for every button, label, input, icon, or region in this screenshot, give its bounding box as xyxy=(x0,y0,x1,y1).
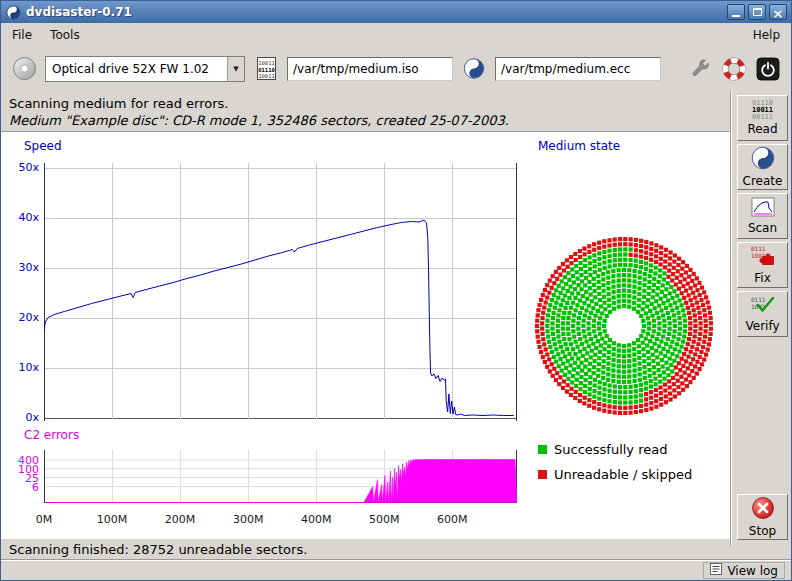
menubar: File Tools Help xyxy=(1,23,791,46)
create-button-label: Create xyxy=(743,174,783,188)
menu-help[interactable]: Help xyxy=(744,25,789,45)
stop-button-label: Stop xyxy=(749,524,776,538)
view-log-button[interactable]: View log xyxy=(703,562,785,579)
quit-power-icon[interactable] xyxy=(755,56,781,82)
speed-ytick-label: 0x xyxy=(1,412,39,424)
app-window: dvdisaster-0.71 File Tools Help Optical … xyxy=(0,0,792,581)
speed-ytick-label: 20x xyxy=(1,312,39,324)
view-log-label: View log xyxy=(727,564,778,578)
legend-ok: Successfully read xyxy=(538,442,667,457)
x-axis-tick-label: 500M xyxy=(369,513,400,526)
puzzle-fix-icon: 0111 1001 xyxy=(750,245,776,270)
scan-graph-icon xyxy=(751,197,775,220)
titlebar[interactable]: dvdisaster-0.71 xyxy=(1,1,791,23)
maximize-button[interactable] xyxy=(748,4,766,20)
speed-chart-title: Speed xyxy=(24,139,62,153)
legend-ok-label: Successfully read xyxy=(554,442,667,457)
x-axis-tick-label: 100M xyxy=(97,513,128,526)
speed-ytick-label: 10x xyxy=(1,362,39,374)
drive-select[interactable]: Optical drive 52X FW 1.02 xyxy=(45,56,245,82)
speed-ytick-label: 40x xyxy=(1,212,39,224)
x-axis-tick-label: 400M xyxy=(301,513,332,526)
svg-text:10011: 10011 xyxy=(258,73,275,79)
c2-errors-plot xyxy=(44,450,517,503)
legend-bad: Unreadable / skipped xyxy=(538,467,692,482)
c2-errors-title: C2 errors xyxy=(24,428,79,442)
close-icon xyxy=(773,3,784,22)
statusbar: View log xyxy=(1,559,791,581)
help-lifebuoy-icon[interactable] xyxy=(721,56,747,82)
verify-button-label: Verify xyxy=(745,319,779,333)
svg-text:01110: 01110 xyxy=(258,67,275,73)
log-icon xyxy=(710,563,722,578)
optical-drive-icon xyxy=(11,56,37,82)
maximize-icon xyxy=(753,8,762,16)
disc-state-visualization xyxy=(534,236,714,416)
window-title: dvdisaster-0.71 xyxy=(26,5,132,19)
checkmark-verify-icon: 0111 1001 xyxy=(750,295,776,318)
close-button[interactable] xyxy=(769,4,787,20)
status-line1: Scanning medium for read errors. xyxy=(9,96,723,111)
fix-button[interactable]: 0111 1001 Fix xyxy=(737,242,788,288)
action-panel: 01110 10011 00111 Read Create xyxy=(732,91,792,546)
speed-plot xyxy=(44,163,517,421)
legend-bad-label: Unreadable / skipped xyxy=(554,467,692,482)
toolbar: Optical drive 52X FW 1.02 10011 01110 10… xyxy=(1,46,791,91)
window-controls xyxy=(727,4,787,20)
menu-file[interactable]: File xyxy=(3,25,41,45)
yinyang-create-icon xyxy=(751,146,775,173)
read-button-label: Read xyxy=(747,122,777,136)
status-line2: Medium "Example disc": CD-R mode 1, 3524… xyxy=(9,113,723,128)
stop-button[interactable]: Stop xyxy=(737,494,788,540)
ecc-file-yinyang-icon xyxy=(461,56,487,82)
fix-button-label: Fix xyxy=(754,271,770,285)
stop-x-icon xyxy=(751,496,775,523)
scan-result-status: Scanning finished: 28752 unreadable sect… xyxy=(1,539,730,559)
scan-drawing-area: Speed Medium state C2 errors Successfull… xyxy=(1,133,730,539)
svg-text:10011: 10011 xyxy=(258,60,275,66)
scan-button[interactable]: Scan xyxy=(737,193,788,239)
menu-tools[interactable]: Tools xyxy=(41,25,89,45)
minimize-icon xyxy=(732,15,740,17)
legend-ok-swatch xyxy=(538,445,547,454)
x-axis-tick-label: 200M xyxy=(165,513,196,526)
x-axis-tick-label: 0M xyxy=(36,513,53,526)
legend-bad-swatch xyxy=(538,470,547,479)
x-axis-tick-label: 300M xyxy=(233,513,264,526)
preferences-wrench-icon[interactable] xyxy=(687,56,713,82)
c2-ytick-label: 6 xyxy=(1,482,39,494)
read-button[interactable]: 01110 10011 00111 Read xyxy=(737,95,788,141)
verify-button[interactable]: 0111 1001 Verify xyxy=(737,291,788,337)
speed-ytick-label: 30x xyxy=(1,262,39,274)
app-yinyang-icon xyxy=(5,4,21,20)
x-axis-tick-label: 600M xyxy=(437,513,468,526)
image-file-binary-icon: 10011 01110 10011 xyxy=(253,56,279,82)
status-messages: Scanning medium for read errors. Medium … xyxy=(1,91,731,128)
speed-ytick-label: 50x xyxy=(1,162,39,174)
chevron-down-icon[interactable] xyxy=(227,57,244,81)
medium-state-title: Medium state xyxy=(538,139,620,153)
ecc-path-input[interactable] xyxy=(495,57,661,81)
scan-button-label: Scan xyxy=(748,221,777,235)
minimize-button[interactable] xyxy=(727,4,745,20)
binary-read-icon: 01110 10011 00111 xyxy=(752,100,773,121)
drive-select-value: Optical drive 52X FW 1.02 xyxy=(46,62,227,76)
create-button[interactable]: Create xyxy=(737,144,788,190)
iso-path-input[interactable] xyxy=(287,57,453,81)
